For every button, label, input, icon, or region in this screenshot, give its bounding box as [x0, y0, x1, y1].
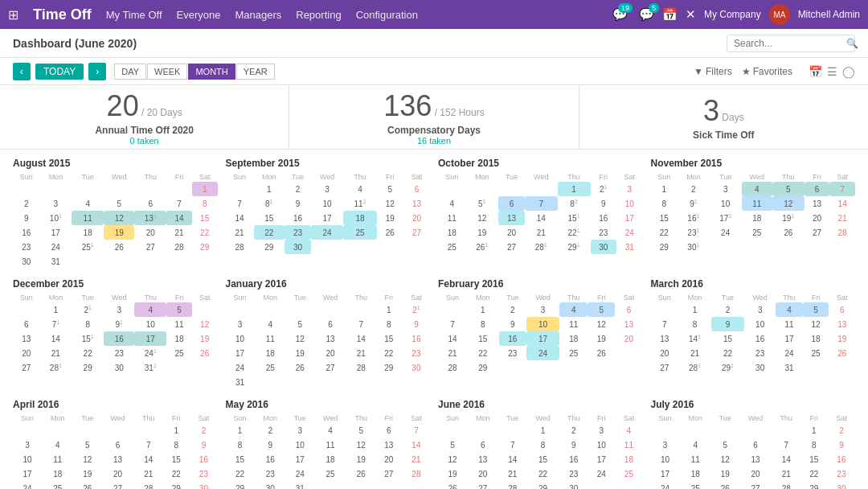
calendar-container: August 2015 SunMonTueWedThuFriSat 1 2345…	[0, 150, 868, 489]
month-title-jul: July 2016	[651, 399, 856, 410]
calendar-row-3: April 2016 SunMonTueWedThuFriSat 12 3456…	[13, 399, 855, 489]
tab-week[interactable]: WEEK	[147, 64, 187, 80]
month-title-jan: January 2016	[226, 278, 431, 290]
month-june-2016: June 2016 SunMonTueWedThuFriSat 1234 567…	[438, 399, 643, 489]
month-title-feb: February 2016	[438, 278, 643, 290]
stat-sick: 3 Days Sick Time Off	[579, 85, 868, 149]
month-march-2016: March 2016 SunMonTueWedThuFriSat 123456 …	[651, 278, 856, 389]
messages-icon[interactable]: 💬5	[639, 7, 654, 22]
nav-reporting[interactable]: Reporting	[296, 9, 341, 21]
company-name: My Company	[704, 9, 761, 20]
today-button[interactable]: TODAY	[35, 64, 84, 80]
filter-right: ▼ Filters ★ Favorites 📅 ☰ ◯	[694, 65, 855, 78]
month-november-2015: November 2015 SunMonTueWedThuFriSat 1234…	[651, 158, 856, 269]
list-view-icon[interactable]: ☰	[827, 65, 837, 78]
month-title-may: May 2016	[226, 399, 431, 410]
search-input[interactable]	[734, 38, 846, 49]
nav-configuration[interactable]: Configuration	[356, 9, 418, 21]
app-title: Time Off	[33, 6, 92, 23]
month-february-2016: February 2016 SunMonTueWedThuFriSat 1234…	[438, 278, 643, 389]
search-icon: 🔍	[846, 38, 858, 49]
favorites-button[interactable]: ★ Favorites	[742, 66, 792, 77]
month-april-2016: April 2016 SunMonTueWedThuFriSat 12 3456…	[13, 399, 218, 489]
nav-right: 💬19 💬5 📅 ✕ My Company MA Mitchell Admin	[612, 4, 860, 25]
month-title-nov: November 2015	[651, 158, 856, 169]
app-grid-icon[interactable]: ⊞	[8, 7, 18, 23]
period-tabs: DAY WEEK MONTH YEAR	[114, 64, 275, 80]
tab-year[interactable]: YEAR	[236, 64, 275, 80]
notifications-badge: 19	[618, 3, 633, 13]
stat-label-compensatory: Compensatory Days	[387, 125, 481, 136]
calendar-icon[interactable]: 📅	[662, 7, 678, 22]
messages-badge: 5	[649, 3, 659, 13]
month-july-2016: July 2016 SunMonTueWedThuFriSat 12 34567…	[651, 399, 856, 489]
month-title-oct: October 2015	[438, 158, 643, 169]
tab-month[interactable]: MONTH	[188, 64, 235, 80]
top-navigation: ⊞ Time Off My Time Off Everyone Managers…	[0, 0, 868, 29]
calendar-view-icon[interactable]: 📅	[809, 65, 822, 78]
month-october-2015: October 2015 SunMonTueWedThuFriSat 1213 …	[438, 158, 643, 269]
subheader: Dashboard (June 2020) 🔍	[0, 29, 868, 58]
stat-number-compensatory: 136 / 152 Hours	[383, 89, 484, 123]
stat-number-annual: 20 / 20 Days	[107, 89, 182, 123]
view-icons: 📅 ☰ ◯	[809, 65, 855, 78]
nav-everyone[interactable]: Everyone	[177, 9, 221, 21]
month-title-jun: June 2016	[438, 399, 643, 410]
stat-label-annual: Annual Time Off 2020	[95, 125, 193, 136]
month-may-2016: May 2016 SunMonTueWedThuFriSat 1234567 8…	[226, 399, 431, 489]
tab-day[interactable]: DAY	[114, 64, 146, 80]
stats-bar: 20 / 20 Days Annual Time Off 2020 0 take…	[0, 85, 868, 150]
user-name: Mitchell Admin	[798, 9, 860, 20]
star-icon: ★	[742, 66, 751, 77]
month-title-apr: April 2016	[13, 399, 218, 410]
stat-taken-compensatory: 16 taken	[417, 136, 451, 146]
close-icon[interactable]: ✕	[686, 7, 696, 22]
prev-button[interactable]: ‹	[13, 63, 31, 80]
filters-button[interactable]: ▼ Filters	[694, 66, 732, 77]
month-title-aug: August 2015	[13, 158, 218, 169]
notifications-icon[interactable]: 💬19	[612, 7, 628, 22]
user-avatar[interactable]: MA	[769, 4, 790, 25]
filter-icon: ▼	[694, 66, 703, 77]
search-box[interactable]: 🔍	[727, 35, 855, 52]
calendar-row-1: August 2015 SunMonTueWedThuFriSat 1 2345…	[13, 158, 855, 269]
stat-annual: 20 / 20 Days Annual Time Off 2020 0 take…	[0, 85, 289, 149]
filter-bar: ‹ TODAY › DAY WEEK MONTH YEAR ▼ Filters …	[0, 58, 868, 85]
month-january-2016: January 2016 SunMonTueWedThuFriSat 121 3…	[226, 278, 431, 389]
settings-view-icon[interactable]: ◯	[842, 65, 855, 78]
month-title-mar: March 2016	[651, 278, 856, 290]
calendar-row-2: December 2015 SunMonTueWedThuFriSat 1213…	[13, 278, 855, 389]
month-september-2015: September 2015 SunMonTueWedThuFriSat 123…	[226, 158, 431, 269]
month-title-dec: December 2015	[13, 278, 218, 290]
nav-my-time-off[interactable]: My Time Off	[106, 9, 162, 21]
nav-links: My Time Off Everyone Managers Reporting …	[106, 9, 598, 21]
month-august-2015: August 2015 SunMonTueWedThuFriSat 1 2345…	[13, 158, 218, 269]
stat-number-sick: 3 Days	[703, 94, 744, 128]
svg-text:MA: MA	[773, 10, 785, 19]
month-title-sep: September 2015	[226, 158, 431, 169]
month-december-2015: December 2015 SunMonTueWedThuFriSat 1213…	[13, 278, 218, 389]
stat-label-sick: Sick Time Off	[693, 129, 754, 141]
next-button[interactable]: ›	[88, 63, 106, 80]
stat-taken-annual: 0 taken	[130, 136, 159, 146]
stat-compensatory: 136 / 152 Hours Compensatory Days 16 tak…	[289, 85, 579, 149]
nav-managers[interactable]: Managers	[235, 9, 281, 21]
dashboard-title: Dashboard (June 2020)	[13, 37, 719, 50]
